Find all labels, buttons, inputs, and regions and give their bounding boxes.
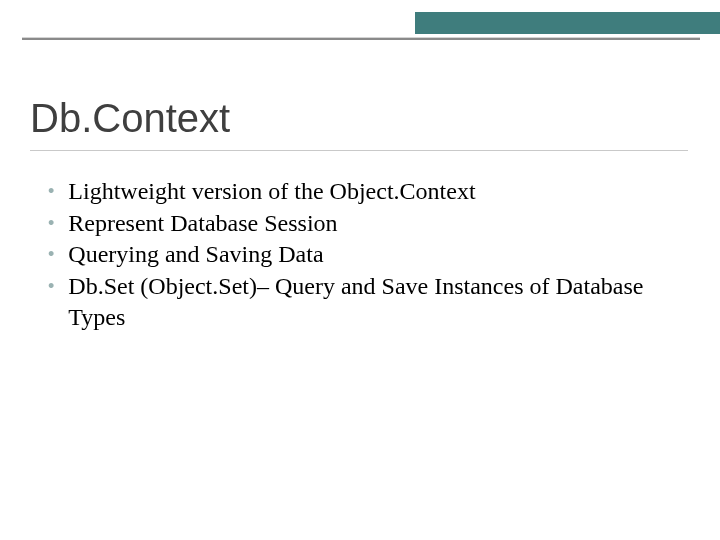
bullet-text: Represent Database Session (68, 208, 672, 239)
bullet-icon: • (48, 271, 54, 301)
bullet-text: Querying and Saving Data (68, 239, 672, 270)
bullet-text: Db.Set (Object.Set)– Query and Save Inst… (68, 271, 672, 332)
top-divider-dark (22, 38, 700, 40)
bullet-icon: • (48, 176, 54, 206)
bullet-icon: • (48, 239, 54, 269)
list-item: • Lightweight version of the Object.Cont… (48, 176, 672, 207)
list-item: • Represent Database Session (48, 208, 672, 239)
list-item: • Db.Set (Object.Set)– Query and Save In… (48, 271, 672, 332)
slide: Db.Context • Lightweight version of the … (0, 0, 720, 540)
title-underline (30, 150, 688, 151)
slide-title: Db.Context (30, 96, 680, 141)
bullet-list: • Lightweight version of the Object.Cont… (48, 176, 672, 334)
list-item: • Querying and Saving Data (48, 239, 672, 270)
accent-bar (415, 12, 720, 34)
bullet-text: Lightweight version of the Object.Contex… (68, 176, 672, 207)
bullet-icon: • (48, 208, 54, 238)
